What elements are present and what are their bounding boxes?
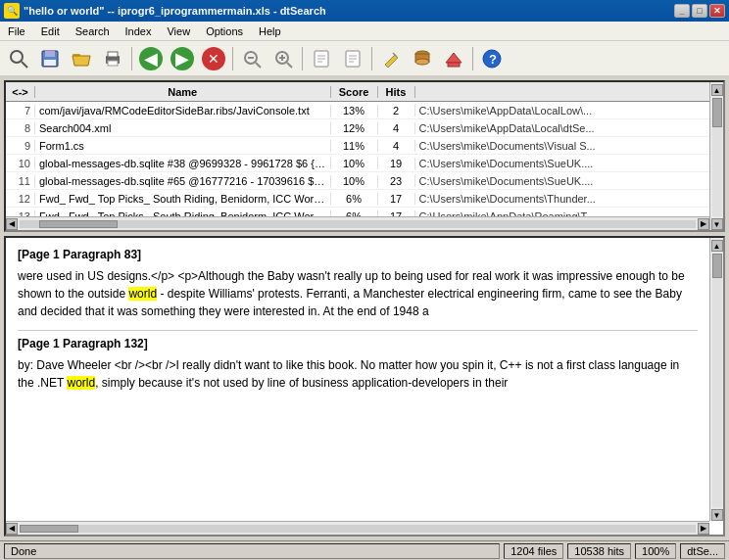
svg-point-29 <box>415 59 429 65</box>
menu-edit[interactable]: Edit <box>35 23 66 39</box>
maximize-button[interactable]: □ <box>692 4 707 18</box>
row-hits: 23 <box>378 175 415 187</box>
hscroll-thumb[interactable] <box>39 220 118 228</box>
preview-vscroll[interactable]: ▲ ▼ <box>709 238 723 521</box>
toolbar-stop-button[interactable]: ✕ <box>199 44 228 73</box>
toolbar-clear-button[interactable] <box>439 44 468 73</box>
toolbar-search-button[interactable] <box>4 44 33 73</box>
toolbar-save-button[interactable] <box>35 44 65 73</box>
svg-line-16 <box>287 63 292 68</box>
row-path: C:\Users\mike\Documents\SueUK.... <box>415 158 710 169</box>
svg-marker-6 <box>73 56 90 66</box>
svg-marker-30 <box>446 53 462 63</box>
window-title: "hello or world" -- iprogr6_iprogrammerm… <box>24 5 326 17</box>
svg-rect-4 <box>44 60 56 66</box>
row-num: 9 <box>6 140 35 152</box>
col-header-name: Name <box>35 86 331 98</box>
menu-search[interactable]: Search <box>70 23 116 39</box>
row-hits: 19 <box>378 158 415 169</box>
preview-area: [Page 1 Paragraph 83] were used in US de… <box>4 236 725 537</box>
row-score: 6% <box>331 193 378 205</box>
status-files: 1204 files <box>504 543 563 559</box>
results-hscroll[interactable]: ◀ ▶ <box>6 216 709 230</box>
toolbar-doc1-button[interactable] <box>307 44 336 73</box>
row-num: 11 <box>6 175 35 187</box>
toolbar-sep-2 <box>232 47 233 70</box>
minimize-button[interactable]: _ <box>674 4 690 18</box>
preview-content: [Page 1 Paragraph 83] were used in US de… <box>6 238 709 521</box>
preview-hscroll-left[interactable]: ◀ <box>6 523 18 535</box>
svg-rect-3 <box>45 51 55 57</box>
row-name: com/javi/java/RMCodeEditorSideBar.ribs/J… <box>35 105 331 117</box>
menu-file[interactable]: File <box>2 23 31 39</box>
row-score: 11% <box>331 140 378 152</box>
back-icon: ◀ <box>139 47 163 70</box>
menu-index[interactable]: Index <box>120 23 158 39</box>
svg-text:?: ? <box>489 52 497 67</box>
toolbar-database-button[interactable] <box>408 44 437 73</box>
toolbar-back-button[interactable]: ◀ <box>136 44 166 73</box>
toolbar-zoom-out-button[interactable] <box>237 44 267 73</box>
toolbar-zoom-in-button[interactable] <box>268 44 298 73</box>
scroll-up-button[interactable]: ▲ <box>711 84 723 96</box>
menu-view[interactable]: View <box>161 23 196 39</box>
col-header-score: Score <box>331 86 378 98</box>
toolbar-open-button[interactable] <box>67 44 96 73</box>
table-row[interactable]: 12 Fwd_ Fwd_ Top Picks_ South Riding, Be… <box>6 190 709 208</box>
results-vscroll[interactable]: ▲ ▼ <box>709 82 723 230</box>
preview-highlight-1: world <box>128 287 157 301</box>
content-wrapper: <-> Name Score Hits 7 com/javi/java/RMCo… <box>0 76 729 540</box>
table-row[interactable]: 7 com/javi/java/RMCodeEditorSideBar.ribs… <box>6 102 709 119</box>
row-path: C:\Users\mike\Documents\Thunder... <box>415 193 710 205</box>
col-header-hits: Hits <box>378 86 415 98</box>
preview-scroll-up[interactable]: ▲ <box>711 240 723 252</box>
col-header-num: <-> <box>6 86 35 98</box>
toolbar-edit-button[interactable] <box>376 44 406 73</box>
toolbar-print-button[interactable] <box>98 44 127 73</box>
preview-text2-after: , simply because it's not used by line o… <box>95 376 508 390</box>
status-zoom: 100% <box>635 543 676 559</box>
preview-hscroll[interactable]: ◀ ▶ <box>6 521 709 535</box>
preview-scroll-track <box>712 254 722 507</box>
toolbar-sep-4 <box>371 47 372 70</box>
table-row[interactable]: 8 Search004.xml 12% 4 C:\Users\mike\AppD… <box>6 119 709 137</box>
row-name: global-messages-db.sqlite #65 @16777216 … <box>35 175 331 187</box>
scroll-down-button[interactable]: ▼ <box>711 218 723 230</box>
toolbar-sep-3 <box>302 47 303 70</box>
svg-rect-8 <box>108 52 118 57</box>
preview-hscroll-right[interactable]: ▶ <box>698 523 709 535</box>
toolbar-forward-button[interactable]: ▶ <box>168 44 197 73</box>
table-row[interactable]: 9 Form1.cs 11% 4 C:\Users\mike\Documents… <box>6 137 709 155</box>
row-score: 10% <box>331 158 378 169</box>
menu-options[interactable]: Options <box>200 23 249 39</box>
toolbar: ◀ ▶ ✕ <box>0 41 729 76</box>
preview-hscroll-track <box>20 525 696 533</box>
toolbar-doc2-button[interactable] <box>338 44 367 73</box>
hscroll-left-button[interactable]: ◀ <box>6 218 18 230</box>
toolbar-help-button[interactable]: ? <box>477 44 507 73</box>
status-done: Done <box>4 543 500 559</box>
menu-help[interactable]: Help <box>253 23 287 39</box>
row-num: 12 <box>6 193 35 205</box>
forward-icon: ▶ <box>170 47 194 70</box>
preview-scroll-down[interactable]: ▼ <box>711 509 723 521</box>
svg-line-1 <box>22 62 27 68</box>
table-row[interactable]: 10 global-messages-db.sqlite #38 @969932… <box>6 155 709 172</box>
preview-hscroll-thumb[interactable] <box>20 525 78 533</box>
scroll-thumb[interactable] <box>712 98 722 127</box>
preview-divider-1 <box>18 330 698 331</box>
toolbar-sep-5 <box>472 47 473 70</box>
preview-scroll-thumb[interactable] <box>712 254 722 278</box>
row-hits: 4 <box>378 140 415 152</box>
scroll-track <box>712 98 722 216</box>
status-hits: 10538 hits <box>567 543 631 559</box>
preview-highlight-2: world <box>67 376 95 390</box>
results-table-area: <-> Name Score Hits 7 com/javi/java/RMCo… <box>4 80 725 232</box>
table-row[interactable]: 11 global-messages-db.sqlite #65 @167772… <box>6 172 709 190</box>
close-button[interactable]: ✕ <box>709 4 725 18</box>
row-path: C:\Users\mike\Documents\Visual S... <box>415 140 710 152</box>
hscroll-right-button[interactable]: ▶ <box>698 218 709 230</box>
row-num: 8 <box>6 122 35 134</box>
row-path: C:\Users\mike\AppData\Local\dtSe... <box>415 122 710 134</box>
row-path: C:\Users\mike\Documents\SueUK.... <box>415 175 710 187</box>
